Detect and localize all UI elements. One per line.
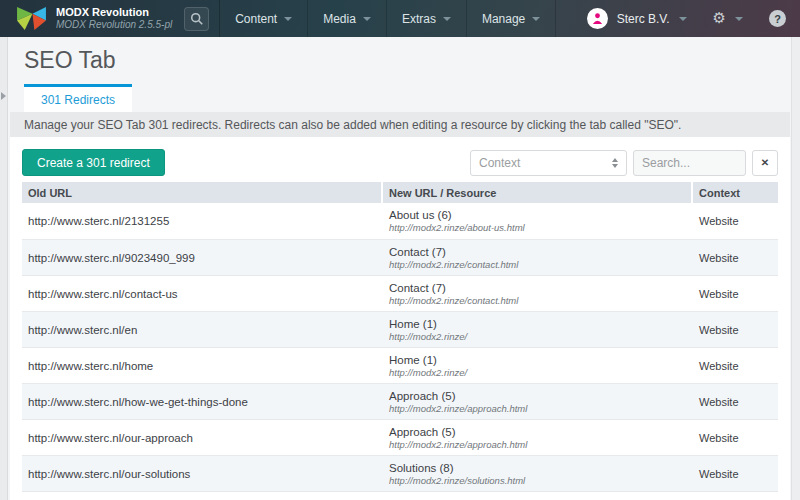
chevron-down-icon <box>284 17 292 21</box>
tab-301-redirects[interactable]: 301 Redirects <box>24 84 132 112</box>
context-cell: Website <box>693 240 778 275</box>
chevron-right-icon <box>1 92 6 100</box>
new-url-cell: Approach (5) http://modx2.rinze/approach… <box>383 384 693 419</box>
top-bar: MODX Revolution MODX Revolution 2.5.5-pl… <box>0 0 800 37</box>
resource-title: About us (6) <box>389 209 693 221</box>
context-cell: Website <box>693 384 778 419</box>
nav-menu-item[interactable]: Manage <box>467 0 556 37</box>
nav-menu-item[interactable]: Extras <box>387 0 467 37</box>
table-row[interactable]: http://www.sterc.nl/page4 Solutions (8) … <box>22 491 778 500</box>
table-row[interactable]: http://www.sterc.nl/2131255 About us (6)… <box>22 203 778 239</box>
user-menu[interactable]: Sterc B.V. <box>617 12 670 26</box>
new-url-cell: Solutions (8) <box>383 492 693 500</box>
context-cell: Website <box>693 348 778 383</box>
search-button[interactable] <box>184 7 209 31</box>
old-url-cell: http://www.sterc.nl/2131255 <box>22 203 383 239</box>
chevron-down-icon <box>735 17 743 21</box>
context-select[interactable]: Context <box>470 150 627 176</box>
resource-title: Home (1) <box>389 354 693 366</box>
scrollbar-track[interactable] <box>791 37 800 500</box>
table-row[interactable]: http://www.sterc.nl/9023490_999 Contact … <box>22 239 778 275</box>
modx-logo-icon <box>16 5 47 32</box>
old-url-cell: http://www.sterc.nl/our-solutions <box>22 456 383 491</box>
resource-url: http://modx2.rinze/approach.html <box>389 439 693 450</box>
redirects-table: Old URL New URL / Resource Context http:… <box>22 182 778 500</box>
resource-title: Solutions (8) <box>389 462 693 474</box>
old-url-cell: http://www.sterc.nl/page4 <box>22 492 383 500</box>
close-icon: ✕ <box>761 157 769 168</box>
avatar[interactable] <box>587 8 608 29</box>
resource-title: Contact (7) <box>389 246 693 258</box>
resource-url: http://modx2.rinze/contact.html <box>389 295 693 306</box>
nav-menu-label: Extras <box>402 12 436 26</box>
brand-text: MODX Revolution MODX Revolution 2.5.5-pl <box>56 6 172 30</box>
main-nav: Content Media Extras Manage <box>219 0 556 37</box>
nav-menu-label: Manage <box>482 12 525 26</box>
new-url-cell: Approach (5) http://modx2.rinze/approach… <box>383 420 693 455</box>
gear-icon[interactable]: ⚙ <box>713 11 726 26</box>
resource-title: Contact (7) <box>389 282 693 294</box>
resource-url: http://modx2.rinze/approach.html <box>389 403 693 414</box>
clear-filter-button[interactable]: ✕ <box>752 150 778 176</box>
filter-toolbar: Create a 301 redirect Context ✕ <box>22 149 778 176</box>
old-url-cell: http://www.sterc.nl/en <box>22 312 383 347</box>
filter-controls: Context ✕ <box>470 150 778 176</box>
table-row[interactable]: http://www.sterc.nl/how-we-get-things-do… <box>22 383 778 419</box>
page-title: SEO Tab <box>24 47 116 74</box>
context-cell: Website <box>693 276 778 311</box>
brand[interactable]: MODX Revolution MODX Revolution 2.5.5-pl <box>0 0 184 37</box>
context-cell: Website <box>693 312 778 347</box>
resource-url: http://modx2.rinze/solutions.html <box>389 475 693 486</box>
help-icon[interactable]: ? <box>769 10 786 27</box>
column-header-new-url[interactable]: New URL / Resource <box>383 182 693 203</box>
chevron-down-icon <box>443 17 451 21</box>
search-icon <box>190 12 204 26</box>
table-row[interactable]: http://www.sterc.nl/contact-us Contact (… <box>22 275 778 311</box>
select-updown-icon <box>612 158 618 168</box>
nav-menu-label: Media <box>323 12 356 26</box>
new-url-cell: About us (6) http://modx2.rinze/about-us… <box>383 203 693 239</box>
chevron-down-icon <box>532 17 540 21</box>
table-body: http://www.sterc.nl/2131255 About us (6)… <box>22 203 778 500</box>
west-panel-collapse-handle[interactable] <box>0 37 8 500</box>
column-header-old-url[interactable]: Old URL <box>22 182 383 203</box>
description-text: Manage your SEO Tab 301 redirects. Redir… <box>10 112 790 137</box>
nav-menu-item[interactable]: Content <box>220 0 308 37</box>
create-redirect-button[interactable]: Create a 301 redirect <box>22 149 165 176</box>
new-url-cell: Home (1) http://modx2.rinze/ <box>383 312 693 347</box>
brand-title: MODX Revolution <box>56 6 172 19</box>
context-cell: Website <box>693 420 778 455</box>
new-url-cell: Home (1) http://modx2.rinze/ <box>383 348 693 383</box>
user-figure-icon <box>591 12 604 25</box>
resource-title: Approach (5) <box>389 426 693 438</box>
context-cell: Website <box>693 492 778 500</box>
table-row[interactable]: http://www.sterc.nl/en Home (1) http://m… <box>22 311 778 347</box>
table-row[interactable]: http://www.sterc.nl/our-solutions Soluti… <box>22 455 778 491</box>
content-panel: Manage your SEO Tab 301 redirects. Redir… <box>10 112 790 500</box>
new-url-cell: Contact (7) http://modx2.rinze/contact.h… <box>383 276 693 311</box>
search-input[interactable] <box>633 150 746 176</box>
table-row[interactable]: http://www.sterc.nl/our-approach Approac… <box>22 419 778 455</box>
old-url-cell: http://www.sterc.nl/home <box>22 348 383 383</box>
new-url-cell: Contact (7) http://modx2.rinze/contact.h… <box>383 240 693 275</box>
old-url-cell: http://www.sterc.nl/contact-us <box>22 276 383 311</box>
topbar-right: Sterc B.V. ⚙ ? <box>587 8 800 29</box>
nav-menu-label: Content <box>235 12 277 26</box>
old-url-cell: http://www.sterc.nl/how-we-get-things-do… <box>22 384 383 419</box>
old-url-cell: http://www.sterc.nl/our-approach <box>22 420 383 455</box>
resource-url: http://modx2.rinze/ <box>389 367 693 378</box>
table-header-row: Old URL New URL / Resource Context <box>22 182 778 203</box>
brand-subtitle: MODX Revolution 2.5.5-pl <box>56 19 172 31</box>
old-url-cell: http://www.sterc.nl/9023490_999 <box>22 240 383 275</box>
table-row[interactable]: http://www.sterc.nl/home Home (1) http:/… <box>22 347 778 383</box>
chevron-down-icon <box>679 17 687 21</box>
context-cell: Website <box>693 456 778 491</box>
context-select-value: Context <box>479 156 520 170</box>
nav-menu-item[interactable]: Media <box>308 0 387 37</box>
context-cell: Website <box>693 203 778 239</box>
resource-url: http://modx2.rinze/ <box>389 331 693 342</box>
column-header-context[interactable]: Context <box>693 182 778 203</box>
resource-url: http://modx2.rinze/contact.html <box>389 259 693 270</box>
resource-title: Home (1) <box>389 318 693 330</box>
resource-title: Approach (5) <box>389 390 693 402</box>
